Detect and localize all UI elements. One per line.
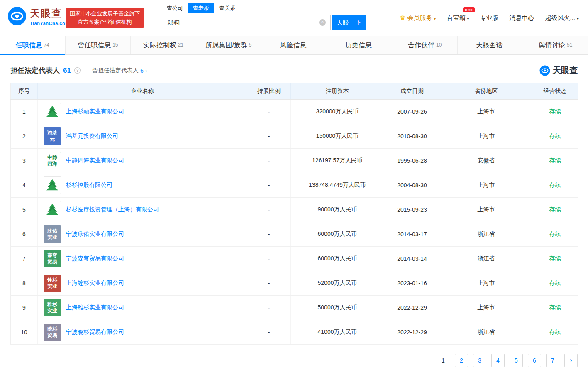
search-tabs: 查公司 查老板 查关系 [162, 3, 366, 13]
table-row: 4 杉杉控股有限公司 - 138748.4749万人民币 2004-08-30 … [11, 173, 578, 198]
tab-label: 所属集团/族群 [205, 41, 247, 50]
tab-history-info[interactable]: 历史信息 [327, 36, 393, 54]
tree-icon [45, 105, 59, 119]
logo-text-line: 实业 [47, 283, 57, 289]
help-icon[interactable]: ? [74, 67, 81, 74]
row-capital: 50000万人民币 [291, 296, 384, 320]
company-link[interactable]: 鸿基元投资有限公司 [66, 132, 118, 140]
hot-badge: HOT [463, 7, 475, 12]
row-ratio: - [247, 149, 291, 173]
row-capital: 138748.4749万人民币 [291, 173, 384, 198]
company-link[interactable]: 宁波欣佑实业有限公司 [66, 230, 124, 238]
company-logo: 鸿基元 [44, 127, 61, 145]
row-date: 2010-08-30 [384, 124, 440, 149]
logo-text-line: 实业 [47, 234, 57, 240]
page-button[interactable]: 5 [510, 354, 523, 367]
row-capital: 126197.57万人民币 [291, 149, 384, 173]
search-tab-company[interactable]: 查公司 [162, 3, 188, 13]
site-logo[interactable]: 天眼查 TianYanCha.com [7, 7, 69, 26]
company-link[interactable]: 杉杉医疗投资管理（上海）有限公司 [66, 206, 159, 213]
company-link[interactable]: 上海铨杉实业有限公司 [66, 279, 124, 287]
status-badge: 存续 [549, 108, 561, 115]
company-logo: 晓杉贸易 [44, 324, 61, 341]
former-legal-rep-link[interactable]: 曾担任法定代表人 6 › [92, 67, 147, 74]
company-link[interactable]: 杉杉控股有限公司 [66, 181, 112, 189]
row-province: 上海市 [440, 198, 532, 222]
page-button[interactable]: 3 [473, 354, 486, 367]
row-date: 2022-12-29 [384, 320, 440, 345]
row-index: 2 [11, 124, 38, 149]
menu-messages-label: 消息中心 [509, 14, 534, 22]
tab-public-opinion[interactable]: 舆情讨论51 [523, 36, 588, 54]
page-button[interactable]: 2 [455, 354, 468, 367]
search-tab-boss[interactable]: 查老板 [188, 3, 214, 13]
tab-group-cluster[interactable]: 所属集团/族群5 [196, 36, 262, 54]
logo-text-line: 中静 [47, 154, 57, 161]
menu-message-center[interactable]: 消息中心 [509, 14, 534, 22]
table-row: 2 鸿基元 鸿基元投资有限公司 - 150000万人民币 2010-08-30 … [11, 124, 578, 149]
row-province: 上海市 [440, 124, 532, 149]
company-link[interactable]: 上海稚杉实业有限公司 [66, 304, 124, 311]
row-index: 9 [11, 296, 38, 320]
logo-text-line: 实业 [47, 308, 57, 314]
page-button[interactable]: 6 [528, 354, 541, 367]
page-button[interactable]: 7 [546, 354, 559, 367]
tab-label: 合作伙伴 [408, 41, 434, 50]
row-index: 5 [11, 198, 38, 222]
clear-icon[interactable]: × [319, 19, 326, 26]
status-badge: 存续 [549, 255, 561, 262]
col-status: 经营状态 [532, 83, 578, 100]
status-badge: 存续 [549, 132, 561, 139]
row-ratio: - [247, 271, 291, 296]
col-index: 序号 [11, 83, 38, 100]
tab-graph[interactable]: 天眼图谱 [458, 36, 523, 54]
gov-badge: 国家中小企业发展子基金旗下 官方备案企业征信机构 [66, 8, 144, 28]
menu-super-risk[interactable]: 超级风火... ▾ [545, 14, 579, 22]
company-link[interactable]: 上海杉融实业有限公司 [66, 108, 124, 115]
former-count: 6 [140, 67, 144, 74]
page-current[interactable]: 1 [437, 354, 450, 367]
row-index: 10 [11, 320, 38, 345]
row-date: 2014-03-17 [384, 222, 440, 247]
tab-count: 51 [567, 42, 572, 48]
row-date: 2004-08-30 [384, 173, 440, 198]
tianyancha-eye-icon [539, 65, 550, 76]
tab-count: 5 [249, 42, 252, 48]
tab-count: 10 [436, 42, 442, 48]
tab-label: 历史信息 [345, 41, 372, 50]
row-date: 2014-03-14 [384, 247, 440, 271]
search-input[interactable] [162, 15, 331, 30]
company-link[interactable]: 中静四海实业有限公司 [66, 157, 124, 164]
row-index: 4 [11, 173, 38, 198]
row-province: 上海市 [440, 271, 532, 296]
menu-vip-services[interactable]: ♛ 会员服务 ▾ [400, 14, 436, 22]
search-button[interactable]: 天眼一下 [332, 15, 366, 30]
row-date: 2015-09-23 [384, 198, 440, 222]
menu-toolbox[interactable]: HOT 百宝箱 ▾ [446, 14, 469, 22]
logo-text-line: 鸿基 [47, 130, 57, 136]
tab-partners[interactable]: 合作伙伴10 [392, 36, 458, 54]
row-date: 2007-09-26 [384, 100, 440, 124]
company-link[interactable]: 宁波晓杉贸易有限公司 [66, 328, 124, 336]
tab-positions[interactable]: 任职信息74 [0, 36, 66, 54]
company-logo: 稚杉实业 [44, 299, 61, 316]
company-logo [44, 103, 61, 120]
tab-risk-info[interactable]: 风险信息 [261, 36, 327, 54]
page-next-button[interactable]: › [564, 354, 578, 367]
caret-down-icon: ▾ [434, 16, 436, 21]
table-row: 3 中静四海 中静四海实业有限公司 - 126197.57万人民币 1995-0… [11, 149, 578, 173]
col-founded-date: 成立日期 [384, 83, 440, 100]
tab-actual-control[interactable]: 实际控制权21 [131, 36, 196, 54]
company-link[interactable]: 宁波森穹贸易有限公司 [66, 255, 124, 262]
menu-pro-version[interactable]: 专业版 [480, 14, 498, 22]
search-tab-relation[interactable]: 查关系 [214, 3, 240, 13]
tab-former-positions[interactable]: 曾任职信息15 [66, 36, 131, 54]
logo-text-line: 欣佑 [47, 228, 57, 234]
logo-text-cn: 天眼查 [30, 7, 69, 20]
logo-text-line: 四海 [47, 161, 57, 167]
status-badge: 存续 [549, 181, 561, 188]
status-badge: 存续 [549, 279, 561, 286]
row-index: 6 [11, 222, 38, 247]
page-button[interactable]: 4 [491, 354, 505, 367]
tab-count: 15 [112, 42, 118, 48]
